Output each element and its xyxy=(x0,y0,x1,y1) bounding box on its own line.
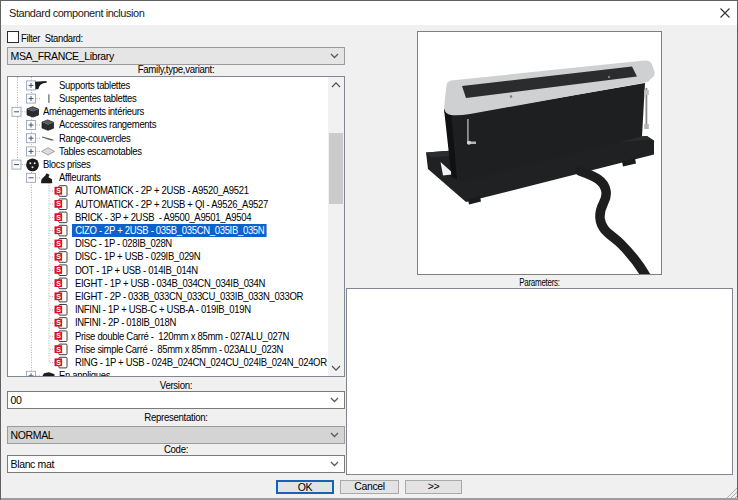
svg-text:S: S xyxy=(56,346,61,353)
svg-text:S: S xyxy=(56,332,61,339)
svg-text:S: S xyxy=(56,200,61,207)
svg-text:S: S xyxy=(56,240,61,247)
svg-text:S: S xyxy=(56,280,61,287)
svg-text:S: S xyxy=(56,306,61,313)
svg-text:S: S xyxy=(56,214,61,221)
svg-text:S: S xyxy=(56,359,61,366)
svg-text:S: S xyxy=(56,266,61,273)
svg-text:S: S xyxy=(56,187,61,194)
svg-text:S: S xyxy=(56,253,61,260)
svg-text:S: S xyxy=(56,227,61,234)
svg-text:S: S xyxy=(56,319,61,326)
svg-text:S: S xyxy=(56,293,61,300)
